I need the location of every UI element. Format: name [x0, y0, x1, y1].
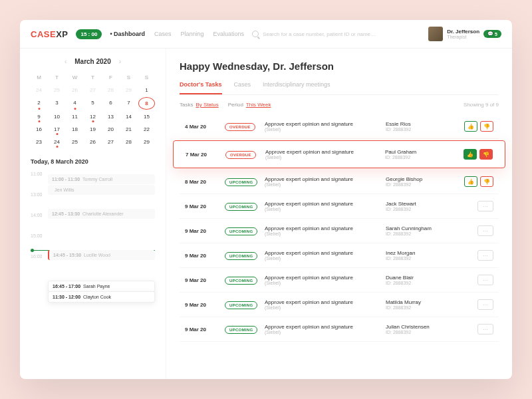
filter-period[interactable]: This Week [246, 102, 271, 108]
tab-tasks[interactable]: Doctor's Tasks [180, 81, 222, 94]
status-badge: OVERDUE [225, 123, 255, 131]
nav-evaluations[interactable]: Evaluations [213, 31, 245, 37]
reject-button[interactable]: 👎 [479, 149, 493, 160]
cal-month: March 2020 [74, 58, 110, 65]
cal-day[interactable]: 13 [102, 111, 119, 122]
cal-day[interactable]: 24 [49, 136, 65, 148]
schedule-event[interactable]: 12:45 - 13:30Charlotte Alexander [48, 209, 155, 219]
avatar [428, 27, 443, 41]
cal-day[interactable]: 7 [120, 97, 137, 110]
action-button[interactable]: ⋯ [477, 225, 493, 236]
today-label: Today, 8 March 2020 [31, 158, 155, 165]
timeline: 11:0013:0014:0015:0016:0011:00 - 11:30To… [31, 172, 155, 259]
cal-day[interactable]: 25 [66, 136, 83, 148]
greeting: Happy Wednesday, Dr. Jefferson [180, 61, 499, 72]
logo: CASEXP [31, 29, 68, 39]
cal-day[interactable]: 20 [102, 124, 119, 135]
status-badge: UPCOMING [225, 277, 257, 285]
cal-day[interactable]: 15 [138, 111, 155, 122]
reject-button[interactable]: 👎 [480, 121, 493, 132]
action-button[interactable]: ⋯ [477, 201, 493, 211]
cal-day[interactable]: 19 [84, 124, 101, 135]
cal-day[interactable]: 24 [31, 84, 47, 96]
task-row[interactable]: 9 Mar 20UPCOMINGApprove expert opinion a… [180, 243, 499, 268]
cal-day[interactable]: 26 [66, 84, 83, 96]
cal-day[interactable]: 28 [102, 84, 119, 96]
cal-day[interactable]: 22 [138, 124, 155, 135]
cal-day[interactable]: 28 [120, 136, 137, 148]
action-button[interactable]: ⋯ [477, 299, 493, 310]
task-row[interactable]: 9 Mar 20UPCOMINGApprove expert opinion a… [180, 293, 499, 317]
cal-day[interactable]: 18 [66, 124, 83, 135]
filter-status[interactable]: By Status [196, 102, 218, 108]
search-icon [252, 31, 259, 37]
cal-day[interactable]: 29 [138, 136, 155, 148]
cal-day[interactable]: 16 [31, 124, 47, 135]
status-badge: UPCOMING [225, 252, 257, 260]
cal-day[interactable]: 11 [66, 111, 83, 122]
approve-button[interactable]: 👍 [464, 121, 477, 132]
status-badge: UPCOMING [225, 227, 257, 235]
nav-dashboard[interactable]: Dashboard [110, 31, 145, 37]
main-nav: Dashboard Cases Planning Evaluations [110, 31, 244, 37]
cal-day[interactable]: 3 [49, 97, 65, 110]
status-badge: UPCOMING [225, 326, 257, 334]
nav-cases[interactable]: Cases [154, 31, 172, 37]
task-row[interactable]: 9 Mar 20UPCOMINGApprove expert opinion a… [180, 268, 499, 293]
cal-day[interactable]: 27 [84, 84, 101, 96]
cal-day[interactable]: 27 [102, 136, 119, 148]
cal-day[interactable]: 17 [49, 124, 65, 135]
cal-day[interactable]: 5 [84, 97, 101, 110]
status-badge: UPCOMING [225, 178, 257, 186]
action-button[interactable]: ⋯ [477, 324, 493, 334]
reject-button[interactable]: 👎 [480, 176, 493, 187]
task-row[interactable]: 4 Mar 20OVERDUEApprove expert opinion an… [180, 114, 499, 139]
tab-meetings[interactable]: Interdisciplinary meetings [263, 81, 331, 94]
cal-day[interactable]: 29 [120, 84, 137, 96]
task-row[interactable]: 9 Mar 20UPCOMINGApprove expert opinion a… [180, 317, 499, 342]
task-row[interactable]: 9 Mar 20UPCOMINGApprove expert opinion a… [180, 194, 499, 219]
cal-day[interactable]: 12 [84, 111, 101, 122]
cal-day[interactable]: 26 [84, 136, 101, 148]
cal-day[interactable]: 1 [138, 84, 155, 96]
cal-next[interactable]: › [119, 58, 121, 65]
schedule-event[interactable]: 11:30 - 12:00Clayton Cook [48, 291, 155, 303]
nav-planning[interactable]: Planning [181, 31, 204, 37]
time-badge: 15 : 00 [76, 29, 102, 39]
cal-day[interactable]: 21 [120, 124, 137, 135]
schedule-event[interactable]: 16:45 - 17:00Sarah Payne [48, 281, 155, 292]
cal-day[interactable]: 14 [120, 111, 137, 122]
action-button[interactable]: ⋯ [477, 250, 493, 261]
action-button[interactable]: ⋯ [477, 275, 493, 285]
tab-cases[interactable]: Cases [234, 81, 251, 94]
status-badge: UPCOMING [225, 203, 257, 211]
cal-day[interactable]: 2 [31, 97, 47, 110]
task-row[interactable]: 9 Mar 20UPCOMINGApprove expert opinion a… [180, 219, 499, 243]
cal-day[interactable]: 9 [31, 111, 47, 122]
schedule-event[interactable]: 11:00 - 11:30Tommy Carroll [48, 174, 155, 184]
schedule-event[interactable]: 14:45 - 15:30Lucille Wood [48, 250, 155, 260]
cal-day[interactable]: 25 [49, 84, 65, 96]
approve-button[interactable]: 👍 [464, 149, 477, 160]
approve-button[interactable]: 👍 [464, 176, 477, 187]
calendar-grid: MTWTFSS242526272829123456789101112131415… [31, 72, 155, 148]
result-count: Showing 9 of 9 [464, 102, 499, 108]
notification-badge[interactable]: 💬 5 [483, 30, 501, 38]
schedule-event[interactable]: Jen Willis [48, 185, 155, 195]
cal-day[interactable]: 8 [138, 97, 155, 110]
cal-day[interactable]: 10 [49, 111, 65, 122]
cal-day[interactable]: 6 [102, 97, 119, 110]
user-menu[interactable]: Dr. Jefferson Therapist 💬 5 [428, 27, 501, 41]
status-badge: OVERDUE [225, 151, 256, 159]
cal-day[interactable]: 4 [66, 97, 83, 110]
status-badge: UPCOMING [225, 301, 257, 309]
cal-day[interactable]: 23 [31, 136, 47, 148]
search-input[interactable]: Search for a case number, patient ID or … [252, 31, 420, 37]
cal-prev[interactable]: ‹ [65, 58, 66, 65]
task-row[interactable]: 8 Mar 20UPCOMINGApprove expert opinion a… [180, 170, 499, 194]
task-row[interactable]: 7 Mar 20OVERDUEApprove expert opinion an… [173, 140, 505, 168]
